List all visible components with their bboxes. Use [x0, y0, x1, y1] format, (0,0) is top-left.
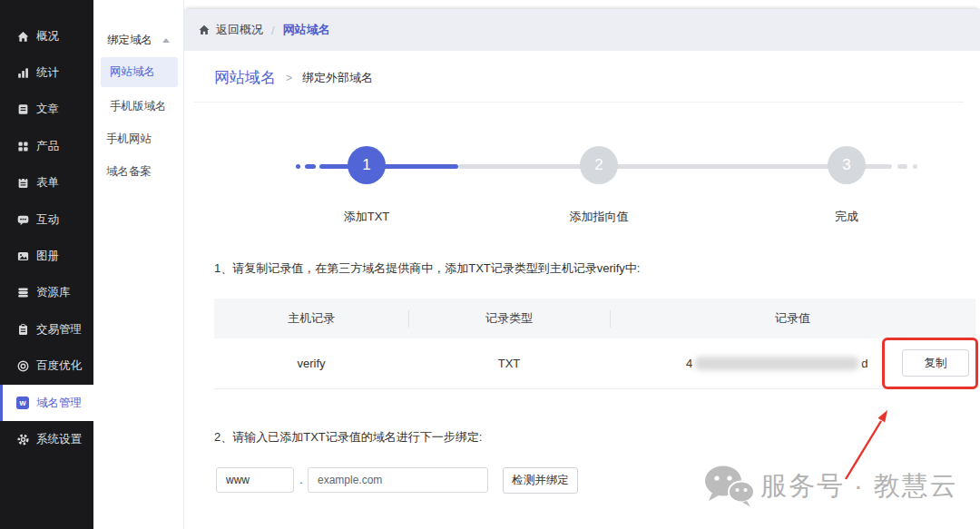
gallery-icon [15, 250, 30, 264]
step-circle-3: 3 [828, 146, 866, 184]
breadcrumb: 返回概况 / 网站域名 [184, 9, 980, 51]
stepper-track-dash-right [897, 164, 907, 169]
sidebar-item-library[interactable]: 资源库 [0, 275, 93, 311]
sidebar-item-label: 互动 [36, 212, 59, 228]
sidebar-item-label: 文章 [36, 102, 59, 117]
table-header-type: 记录类型 [408, 299, 610, 338]
sidebar-item-label: 百度优化 [36, 358, 82, 374]
header-divider-2 [610, 310, 611, 328]
header-divider [193, 102, 964, 103]
domain-dot-separator: . [299, 473, 303, 486]
check-and-bind-button[interactable]: 检测并绑定 [503, 467, 578, 494]
sidebar-item-label: 概况 [36, 29, 59, 44]
breadcrumb-current: 网站域名 [283, 22, 330, 38]
page-subtitle: 绑定外部域名 [302, 70, 373, 86]
stats-icon [15, 66, 30, 81]
header-divider-1 [408, 310, 409, 328]
product-icon [15, 139, 30, 153]
trade-icon [15, 322, 30, 337]
primary-sidebar: 概况 统计 文章 产品 表单 互动 图册 资源库 [0, 0, 93, 529]
chat-icon [15, 212, 30, 227]
page-header: 网站域名 > 绑定外部域名 [214, 67, 373, 88]
sidebar-item-overview[interactable]: 概况 [0, 18, 93, 54]
collapse-up-icon[interactable] [162, 38, 170, 43]
table-row: verify TXT 4 d [214, 338, 975, 389]
step-circle-2: 2 [580, 146, 618, 184]
stepper-track-active [319, 164, 458, 169]
step2-instruction: 2、请输入已添加TXT记录值的域名进行下一步绑定: [214, 429, 482, 446]
step1-instruction: 1、请复制记录值，在第三方域名提供商中，添加TXT记录类型到主机记录verify… [214, 260, 640, 277]
app-root: 概况 统计 文章 产品 表单 互动 图册 资源库 [0, 0, 980, 529]
table-header-host: 主机记录 [214, 299, 408, 338]
sidebar-item-label: 系统设置 [36, 432, 82, 447]
sidebar-item-forms[interactable]: 表单 [0, 165, 93, 201]
sidebar-item-domain-management[interactable]: w 域名管理 [0, 385, 93, 421]
main-area: 返回概况 / 网站域名 网站域名 > 绑定外部域名 1 2 3 添加TXT 添加… [184, 0, 980, 529]
page-title: 网站域名 [214, 67, 276, 88]
sidebar-item-label: 资源库 [36, 285, 71, 300]
step-label-1: 添加TXT [303, 209, 430, 225]
sidebar-item-gallery[interactable]: 图册 [0, 238, 93, 274]
subdomain-input[interactable] [216, 467, 294, 493]
article-icon [15, 103, 30, 117]
record-value-cell: 4 d [686, 338, 867, 388]
breadcrumb-separator: / [271, 24, 275, 37]
subnav-item-site-domain[interactable]: 网站域名 [101, 57, 178, 87]
form-icon [15, 176, 30, 191]
subnav-group-bind-domain[interactable]: 绑定域名 [107, 33, 152, 48]
breadcrumb-back-link[interactable]: 返回概况 [198, 22, 263, 38]
stepper-track-dash-left [305, 164, 316, 169]
seo-icon [15, 359, 30, 374]
domain-w-icon: w [15, 396, 30, 410]
sidebar-item-label: 统计 [36, 65, 59, 81]
txt-record-table: 主机记录 记录类型 记录值 verify TXT 4 d 复制 [214, 299, 975, 389]
sidebar-item-baidu-seo[interactable]: 百度优化 [0, 348, 93, 385]
sidebar-item-transactions[interactable]: 交易管理 [0, 311, 93, 348]
wechat-icon [704, 465, 755, 507]
sidebar-item-label: 表单 [36, 175, 59, 191]
annotation-arrow [830, 402, 903, 488]
sidebar-item-label: 产品 [36, 139, 59, 154]
sidebar-item-articles[interactable]: 文章 [0, 92, 93, 128]
stepper-track-dot-right [913, 164, 917, 169]
page-title-separator: > [286, 72, 292, 84]
secondary-sidebar: 绑定域名 网站域名 手机版域名 手机网站 域名备案 [93, 0, 184, 529]
record-type-cell: TXT [408, 357, 610, 370]
sidebar-item-label: 域名管理 [36, 396, 82, 411]
sidebar-item-settings[interactable]: 系统设置 [0, 421, 93, 457]
subnav-item-mobile-site[interactable]: 手机网站 [106, 132, 152, 147]
step-circle-1: 1 [348, 146, 386, 184]
sidebar-item-interaction[interactable]: 互动 [0, 201, 93, 238]
record-value-start: 4 [686, 357, 692, 370]
step-label-2: 添加指向值 [535, 209, 662, 225]
sidebar-item-products[interactable]: 产品 [0, 128, 93, 164]
home-icon [198, 24, 211, 36]
stepper-track-dot-left [296, 164, 300, 169]
table-header-value: 记录值 [610, 299, 975, 338]
sidebar-item-stats[interactable]: 统计 [0, 54, 93, 91]
subnav-item-domain-icp[interactable]: 域名备案 [106, 164, 152, 180]
sidebar-item-label: 图册 [36, 249, 59, 264]
record-value-mask [694, 357, 859, 370]
record-value-end: d [861, 357, 867, 370]
step-label-3: 完成 [783, 209, 910, 225]
gear-icon [15, 432, 30, 446]
domain-input[interactable] [308, 467, 488, 493]
library-icon [15, 286, 30, 300]
annotation-highlight-box [882, 338, 978, 389]
host-record-cell: verify [214, 357, 408, 370]
home-icon [15, 29, 30, 44]
subnav-item-mobile-domain[interactable]: 手机版域名 [110, 99, 167, 114]
table-header-row: 主机记录 记录类型 记录值 [214, 299, 975, 338]
sidebar-item-label: 交易管理 [36, 322, 82, 338]
